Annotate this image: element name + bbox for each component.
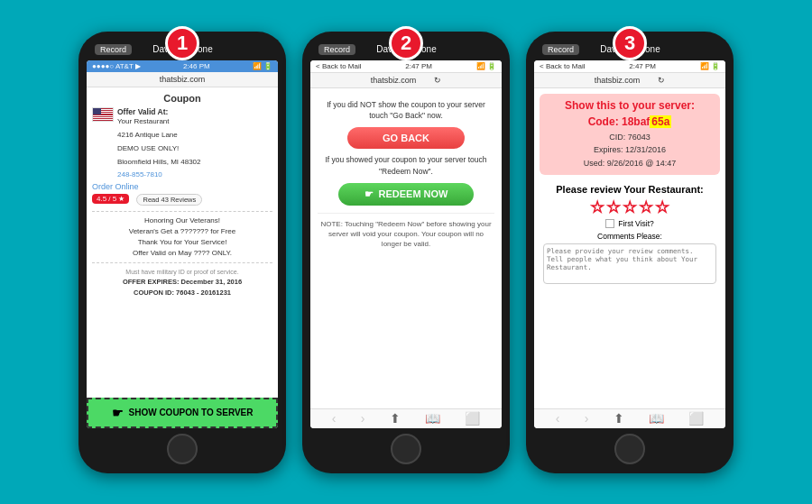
forward-nav-icon[interactable]: › [361, 411, 365, 426]
code-prefix: Code: [588, 115, 622, 128]
flag-canton [93, 108, 101, 115]
urlbar-2[interactable]: thatsbiz.com ↻ [310, 73, 502, 88]
restaurant-info: Offer Valid At: Your Restaurant 4216 Ant… [117, 107, 200, 179]
go-back-button[interactable]: GO BACK [347, 127, 465, 149]
screen3-content: Show this to your server: Code: 18baf65a… [534, 88, 725, 408]
tabs-icon[interactable]: ⬜ [465, 411, 480, 426]
code-highlight: 65a [650, 115, 671, 128]
note-text: NOTE: Touching "Redeem Now" before showi… [318, 213, 494, 250]
record-button-3[interactable]: Record [542, 44, 579, 55]
star-5[interactable]: ★ [656, 198, 669, 215]
coupon-id: COUPON ID: 76043 - 20161231 [92, 289, 272, 297]
urlbar-3[interactable]: thatsbiz.com ↻ [534, 73, 725, 88]
tabs-icon-3[interactable]: ⬜ [688, 411, 704, 426]
bookmarks-icon-3[interactable]: 📖 [649, 411, 664, 426]
statusbar-1: ●●●●○ AT&T ▶ 2:46 PM 📶 🔋 [87, 60, 278, 72]
us-flag-icon [92, 107, 114, 122]
shown-text: If you showed your coupon to your server… [318, 154, 494, 178]
url-text-3: thatsbiz.com [595, 76, 641, 85]
order-online-link[interactable]: Order Online [92, 182, 272, 191]
comments-label: Comments Please: [543, 232, 716, 241]
statusbar-2: < Back to Mail 2:47 PM 📶 🔋 [310, 60, 502, 73]
carrier: ●●●●○ AT&T ▶ [92, 62, 141, 70]
back-nav-icon[interactable]: ‹ [332, 411, 337, 426]
star-2[interactable]: ★ [607, 198, 620, 215]
step-badge-2: 2 [389, 26, 423, 60]
record-button-1[interactable]: Record [95, 44, 132, 55]
address2: DEMO USE ONLY! [117, 143, 200, 153]
not-shown-text: If you did NOT show the coupon to your s… [318, 99, 494, 123]
first-visit-label: First Visit? [618, 219, 654, 228]
first-visit-checkbox[interactable] [605, 219, 614, 228]
step-badge-3: 3 [613, 26, 647, 60]
screen2-content: If you did NOT show the coupon to your s… [310, 88, 502, 408]
screen1-content: Coupon Offer Valid At: Your Restaurant 4… [87, 87, 278, 398]
show-server-box: Show this to your server: Code: 18baf65a… [540, 94, 720, 176]
cursor-icon: ☛ [112, 406, 124, 420]
forward-nav-icon-3[interactable]: › [585, 411, 589, 426]
back-to-mail-3[interactable]: < Back to Mail [540, 62, 585, 70]
expires: Expires: 12/31/2016 [545, 143, 715, 156]
show-server-title: Show this to your server: [545, 99, 715, 114]
share-icon[interactable]: ⬆ [390, 411, 401, 426]
phone-screen-2: < Back to Mail 2:47 PM 📶 🔋 thatsbiz.com … [310, 60, 502, 428]
url-text-2: thatsbiz.com [371, 76, 417, 85]
star-3[interactable]: ★ [623, 198, 636, 215]
share-icon-3[interactable]: ⬆ [614, 411, 624, 426]
rating-row: 4.5 / 5 ★ Read 43 Reviews [92, 194, 272, 206]
rating-badge: 4.5 / 5 ★ [92, 194, 129, 204]
code-normal: 18baf [622, 115, 650, 128]
time-2: 2:47 PM [405, 62, 432, 70]
redeem-label: REDEEM NOW [379, 188, 448, 199]
back-nav-icon-3[interactable]: ‹ [556, 411, 560, 426]
code-line: Code: 18baf65a [545, 115, 715, 128]
battery-1: 📶 🔋 [253, 62, 272, 70]
step-badge-1: 1 [165, 26, 199, 60]
show-coupon-button[interactable]: ☛ SHOW COUPON TO SERVER [87, 398, 278, 428]
coupon-title: Coupon [92, 93, 272, 104]
stars-row: ★ ★ ★ ★ ★ [543, 198, 716, 215]
phone-frame-3: Record David's iPhone < Back to Mail 2:4… [526, 32, 734, 473]
refresh-icon[interactable]: ↻ [434, 76, 441, 85]
review-section: Please review Your Restaurant: ★ ★ ★ ★ ★… [540, 180, 720, 289]
flag-row: Offer Valid At: Your Restaurant 4216 Ant… [92, 107, 272, 179]
home-button-1[interactable] [167, 434, 198, 464]
bookmarks-icon[interactable]: 📖 [425, 411, 440, 426]
phone-screen-1: ●●●●○ AT&T ▶ 2:46 PM 📶 🔋 thatsbiz.com Co… [87, 60, 278, 428]
review-title: Please review Your Restaurant: [543, 184, 716, 195]
phone-number[interactable]: 248-855-7810 [117, 170, 200, 179]
refresh-icon-3[interactable]: ↻ [658, 76, 665, 85]
phone-2: 2 Record David's iPhone < Back to Mail 2… [302, 32, 510, 473]
city: Bloomfield Hills, MI 48302 [117, 157, 200, 167]
phone-frame-1: Record David's iPhone ●●●●○ AT&T ▶ 2:46 … [78, 32, 286, 473]
redeem-cursor-icon: ☛ [364, 188, 374, 200]
comments-textarea[interactable] [543, 243, 716, 284]
offer-valid-label: Offer Valid At: [117, 107, 200, 116]
phone-3: 3 Record David's iPhone < Back to Mail 2… [526, 32, 734, 473]
reviews-btn[interactable]: Read 43 Reviews [136, 194, 202, 206]
statusbar-3: < Back to Mail 2:47 PM 📶 🔋 [534, 60, 725, 73]
time-1: 2:46 PM [183, 62, 210, 70]
battery-icons-2: 📶 🔋 [476, 62, 496, 70]
record-button-2[interactable]: Record [318, 44, 355, 55]
urlbar-1[interactable]: thatsbiz.com [87, 72, 278, 87]
redeem-button[interactable]: ☛ REDEEM NOW [338, 183, 474, 206]
star-4[interactable]: ★ [640, 198, 652, 215]
home-button-3[interactable] [614, 434, 645, 464]
star-1[interactable]: ★ [591, 198, 604, 215]
bottom-nav-3: ‹ › ⬆ 📖 ⬜ [534, 408, 725, 428]
offer-expires: OFFER EXPIRES: December 31, 2016 [92, 278, 272, 286]
time-3: 2:47 PM [629, 62, 656, 70]
home-button-2[interactable] [391, 434, 421, 464]
first-visit-row: First Visit? [543, 219, 716, 228]
restaurant-name: Your Restaurant [117, 116, 200, 126]
veterans-text: Honoring Our Veterans! Veteran's Get a ?… [92, 211, 272, 263]
address1: 4216 Antique Lane [117, 130, 200, 140]
phone-screen-3: < Back to Mail 2:47 PM 📶 🔋 thatsbiz.com … [534, 60, 725, 428]
show-coupon-label: SHOW COUPON TO SERVER [129, 408, 254, 417]
military-note: Must have military ID or proof of servic… [92, 269, 272, 275]
battery-icons-3: 📶 🔋 [700, 62, 720, 70]
bottom-nav-2: ‹ › ⬆ 📖 ⬜ [310, 408, 502, 428]
phone-1: 1 Record David's iPhone ●●●●○ AT&T ▶ 2:4… [78, 32, 286, 473]
back-to-mail-2[interactable]: < Back to Mail [316, 62, 361, 70]
